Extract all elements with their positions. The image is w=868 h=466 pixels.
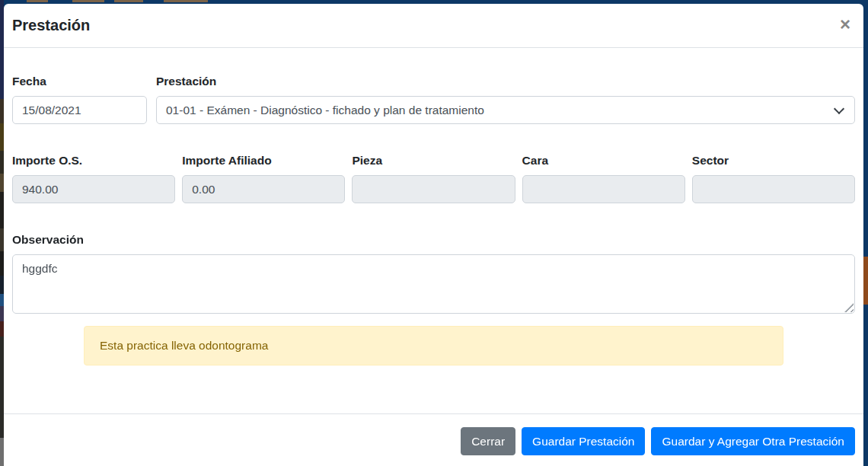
prestacion-label: Prestación [156, 72, 855, 90]
modal-header: Prestación × [4, 4, 863, 48]
background-page-fragment-top [164, 0, 208, 2]
importe-os-field-group: Importe O.S. [12, 152, 175, 203]
cara-field-group: Cara [522, 152, 685, 203]
background-page-fragment-top [114, 0, 143, 2]
background-page-fragment-right [863, 257, 868, 305]
modal-title: Prestación [12, 16, 90, 35]
modal-body: Fecha Prestación 01-01 - Exámen - Diagnó… [4, 48, 863, 413]
form-row-importes: Importe O.S. Importe Afiliado Pieza Cara… [12, 152, 855, 203]
form-row-fecha-prestacion: Fecha Prestación 01-01 - Exámen - Diagnó… [12, 72, 855, 124]
pieza-input [352, 175, 515, 203]
pieza-field-group: Pieza [352, 152, 515, 203]
guardar-y-agregar-otra-prestacion-button[interactable]: Guardar y Agregar Otra Prestación [651, 427, 855, 455]
form-row-observacion: Observación hggdfc [12, 231, 855, 314]
fecha-label: Fecha [12, 72, 147, 90]
sector-field-group: Sector [692, 152, 855, 203]
cerrar-button[interactable]: Cerrar [461, 427, 515, 455]
background-page-fragment-top [72, 0, 104, 2]
observacion-textarea[interactable]: hggdfc [12, 254, 855, 314]
importe-afiliado-label: Importe Afiliado [182, 152, 345, 169]
importe-os-input [12, 175, 175, 203]
fecha-input[interactable] [12, 96, 147, 124]
cara-label: Cara [522, 152, 685, 169]
importe-os-label: Importe O.S. [12, 152, 175, 169]
odontograma-warning-alert: Esta practica lleva odontograma [84, 326, 783, 365]
importe-afiliado-field-group: Importe Afiliado [182, 152, 345, 203]
background-page-fragment-top [27, 0, 48, 2]
prestacion-select[interactable]: 01-01 - Exámen - Diagnóstico - fichado y… [156, 96, 855, 124]
close-icon[interactable]: × [835, 16, 855, 33]
observacion-field-group: Observación hggdfc [12, 231, 855, 314]
fecha-field-group: Fecha [12, 72, 147, 124]
observacion-label: Observación [12, 231, 855, 248]
prestacion-field-group: Prestación 01-01 - Exámen - Diagnóstico … [156, 72, 855, 124]
alert-message: Esta practica lleva odontograma [100, 339, 268, 352]
pieza-label: Pieza [352, 152, 515, 169]
guardar-prestacion-button[interactable]: Guardar Prestación [522, 427, 645, 455]
prestacion-modal-dialog: Prestación × Fecha Prestación 01-01 - Ex… [4, 4, 863, 466]
sector-label: Sector [692, 152, 855, 169]
modal-footer: Cerrar Guardar Prestación Guardar y Agre… [4, 413, 863, 466]
cara-input [522, 175, 685, 203]
sector-input [692, 175, 855, 203]
importe-afiliado-input [182, 175, 345, 203]
